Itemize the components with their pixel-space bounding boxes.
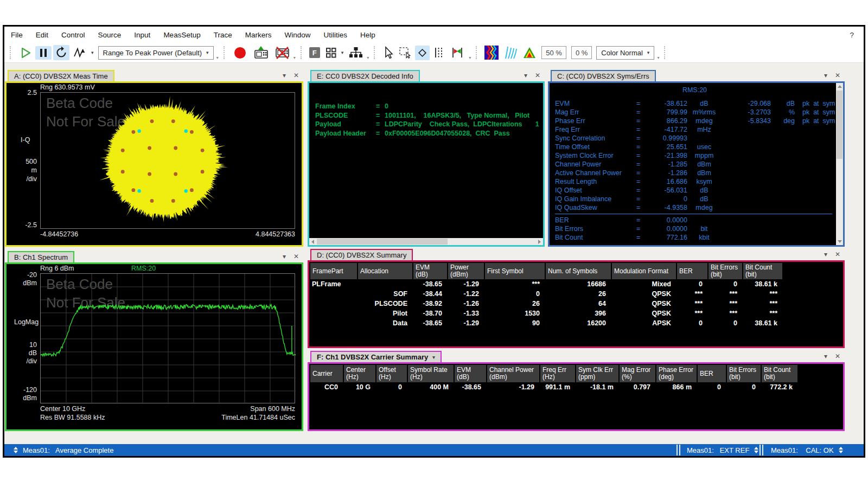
cumulative-history-button[interactable] xyxy=(521,45,538,60)
window-d-title-tab[interactable]: D: (CC0) DVBS2X Summary xyxy=(310,249,413,261)
horizontal-scrollbar[interactable] xyxy=(309,238,543,245)
color-mode-dropdown[interactable]: Color Normal▾ xyxy=(596,46,654,60)
menu-item-markers[interactable]: Markers xyxy=(239,31,278,39)
scroll-up-icon[interactable] xyxy=(838,85,842,88)
table-cell: CC0 xyxy=(310,382,343,392)
syms-row: BER=0.0000 xyxy=(555,216,834,224)
restart-loop-button[interactable] xyxy=(53,45,69,60)
help-icon[interactable]: ? xyxy=(850,31,864,39)
recall-recording-button[interactable] xyxy=(251,44,271,61)
select-pointer-button[interactable] xyxy=(381,45,395,61)
marker-button[interactable] xyxy=(415,46,430,60)
scrollbar-thumb[interactable] xyxy=(317,239,448,245)
window-b-title-tab[interactable]: B: Ch1 Spectrum xyxy=(8,251,74,264)
scroll-down-icon[interactable] xyxy=(838,240,842,243)
window-b-spectrum[interactable]: B: Ch1 Spectrum ▾✕ Rng 6 dBm RMS:20 -20 … xyxy=(5,251,303,431)
hardkeys-button[interactable]: F xyxy=(308,46,322,59)
syms-errs-display[interactable]: RMS:20 EVM=-38.612dB-29.068dBpk at sym 9… xyxy=(548,81,845,247)
carrier-summary-display[interactable]: CarrierCenter(Hz)Offset(Hz)Symbol Rate(H… xyxy=(308,362,845,431)
table-row: SOF-38.44-1.22026QPSK********* xyxy=(310,289,783,299)
scroll-left-icon[interactable] xyxy=(309,238,316,245)
close-icon[interactable]: ✕ xyxy=(293,253,299,260)
scrollbar-thumb[interactable] xyxy=(837,91,843,159)
status-ext-ref-segment[interactable]: Meas01: EXT REF xyxy=(680,444,760,456)
syms-row: IQ Gain Imbalance=0dB xyxy=(555,195,834,203)
menu-item-trace[interactable]: Trace xyxy=(207,31,239,39)
menu-item-control[interactable]: Control xyxy=(55,31,92,39)
overflow-chevron-icon[interactable]: ▾ xyxy=(657,55,659,60)
play-button[interactable] xyxy=(17,45,34,61)
waterfall-button[interactable] xyxy=(502,44,519,61)
window-menu-icon[interactable]: ▾ xyxy=(283,72,286,79)
rotation-field[interactable]: 0 % xyxy=(571,46,592,59)
pause-button[interactable] xyxy=(35,46,52,60)
measurement-topology-button[interactable] xyxy=(347,45,365,60)
window-f-title-tab[interactable]: F: Ch1 DVBS2X Carrier Summary▾ xyxy=(310,351,442,363)
menu-item-input[interactable]: Input xyxy=(127,31,157,39)
status-cal-segment[interactable]: Meas01: CAL: OK xyxy=(763,444,864,456)
window-e-title-tab[interactable]: E: CC0 DVBS2X Decoded Info xyxy=(310,70,420,82)
scroll-right-icon[interactable] xyxy=(536,238,543,245)
window-f-carrier-summary[interactable]: F: Ch1 DVBS2X Carrier Summary▾ ▾✕ Carrie… xyxy=(308,351,845,431)
updown-selector-icon[interactable] xyxy=(14,447,18,453)
range-mode-dropdown[interactable]: Range To Peak Power (Default)▾ xyxy=(98,46,214,60)
summary-table: FramePartAllocationEVM(dB)Power(dBm)Firs… xyxy=(310,263,783,328)
record-button[interactable] xyxy=(231,46,250,60)
zoom-selection-button[interactable] xyxy=(397,45,413,60)
vertical-scrollbar[interactable] xyxy=(836,83,843,245)
menu-item-meassetup[interactable]: MeasSetup xyxy=(157,31,207,39)
menu-item-help[interactable]: Help xyxy=(354,31,382,39)
close-icon[interactable]: ✕ xyxy=(835,352,840,360)
window-menu-icon[interactable]: ▾ xyxy=(524,72,527,79)
y-axis-bottom-value: -120 xyxy=(11,386,37,394)
spectrum-plot[interactable]: Beta CodeNot For Sale xyxy=(40,273,295,403)
band-markers-button[interactable] xyxy=(431,45,446,60)
table-cell: *** xyxy=(709,289,742,299)
window-c-title-tab[interactable]: C: (CC0) DVBS2X Syms/Errs xyxy=(551,70,656,82)
limit-flags-button[interactable] xyxy=(448,45,467,60)
menu-item-source[interactable]: Source xyxy=(92,31,128,39)
constellation-plot[interactable]: Beta CodeNot For Sale xyxy=(40,92,295,229)
table-cell: -1.29 xyxy=(448,318,484,328)
status-measurement-segment[interactable]: Meas01: Average Complete xyxy=(4,444,676,456)
window-menu-icon[interactable]: ▾ xyxy=(283,253,286,260)
span-label: Span 600 MHz xyxy=(187,405,295,413)
close-icon[interactable]: ✕ xyxy=(535,72,540,79)
spectrogram-button[interactable] xyxy=(483,44,500,61)
window-menu-icon[interactable]: ▾ xyxy=(824,352,827,360)
window-menu-icon[interactable]: ▾ xyxy=(824,72,827,79)
menu-item-edit[interactable]: Edit xyxy=(29,31,55,39)
updown-selector-icon[interactable] xyxy=(754,447,758,453)
menu-item-utilities[interactable]: Utilities xyxy=(317,31,354,39)
overflow-chevron-icon[interactable]: ▾ xyxy=(216,55,219,60)
close-icon[interactable]: ✕ xyxy=(835,251,840,258)
chevron-down-icon: ▾ xyxy=(432,355,435,360)
window-e-decoded-info[interactable]: E: CC0 DVBS2X Decoded Info ▾✕ Frame Inde… xyxy=(308,70,545,247)
overflow-chevron-icon[interactable]: ▾ xyxy=(367,55,369,60)
window-a-title-tab[interactable]: A: (CC0) DVBS2X Meas Time xyxy=(8,70,114,82)
updown-selector-icon[interactable] xyxy=(839,447,843,453)
menu-bar: FileEditControlSourceInputMeasSetupTrace… xyxy=(4,27,864,43)
decoded-info-display[interactable]: Frame Index=0PLSCODE=10011101, 16APSK3/5… xyxy=(308,81,545,247)
overflow-chevron-icon[interactable]: ▾ xyxy=(469,55,471,60)
window-layout-button[interactable]: ▾ xyxy=(323,46,346,60)
window-d-summary[interactable]: D: (CC0) DVBS2X Summary ▾✕ FramePartAllo… xyxy=(308,249,845,348)
close-icon[interactable]: ✕ xyxy=(293,72,299,79)
window-menu-icon[interactable]: ▾ xyxy=(824,251,827,258)
overflow-chevron-icon[interactable]: ▾ xyxy=(293,55,296,60)
syms-row: Sync Correlation=0.99993 xyxy=(555,134,834,143)
spectrogram-icon xyxy=(484,46,499,60)
constellation-display[interactable]: Rng 630.9573 mV 2.5 I-Q 500 m /div -2.5 … xyxy=(5,81,303,247)
trigger-button[interactable]: ▾ xyxy=(71,45,95,60)
play-icon xyxy=(18,46,32,60)
summary-table-display[interactable]: FramePartAllocationEVM(dB)Power(dBm)Firs… xyxy=(308,260,845,348)
spectrum-display[interactable]: Rng 6 dBm RMS:20 -20 dBm LogMag 10 dB /d… xyxy=(5,262,303,431)
menu-item-window[interactable]: Window xyxy=(278,31,317,39)
menu-item-file[interactable]: File xyxy=(4,31,29,39)
transparency-field[interactable]: 50 % xyxy=(541,46,566,59)
table-cell: 0.797 xyxy=(620,382,655,392)
window-a-meas-time[interactable]: A: (CC0) DVBS2X Meas Time ▾✕ Rng 630.957… xyxy=(5,70,303,247)
window-c-syms-errs[interactable]: C: (CC0) DVBS2X Syms/Errs ▾✕ RMS:20 EVM=… xyxy=(548,70,845,247)
close-recording-button[interactable] xyxy=(272,44,292,61)
close-icon[interactable]: ✕ xyxy=(835,72,840,79)
